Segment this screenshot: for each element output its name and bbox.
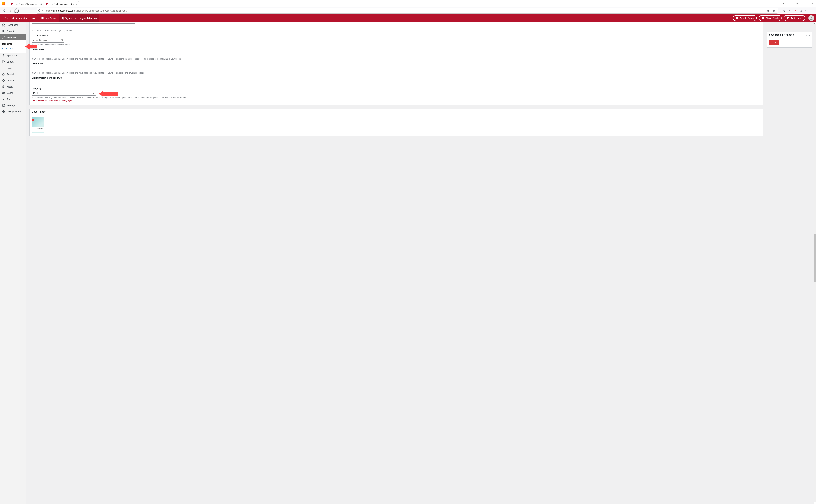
browser-toolbar: https://uark.pressbooks.pub/styleguide/w… (0, 7, 816, 14)
pressbooks-favicon-icon: PB (46, 3, 48, 5)
scrollbar-thumb[interactable] (814, 234, 816, 282)
window-close-button[interactable] (808, 0, 816, 7)
svg-marker-30 (2, 79, 5, 82)
svg-rect-11 (800, 10, 802, 12)
publication-date-input[interactable]: mm / dd / yyyy (32, 38, 64, 43)
url-bar[interactable]: https://uark.pressbooks.pub/styleguide/w… (37, 8, 778, 14)
workspace: Dashboard Organize Book Info Book Info C… (0, 22, 816, 504)
save-postbox: Save Book Information ⌃ ⌄ ▴ Save (767, 32, 812, 48)
titlepage-text-input[interactable] (32, 23, 135, 28)
tab-close-icon[interactable]: × (40, 3, 42, 5)
svg-rect-37 (61, 39, 62, 41)
postbox-title: Save Book Information (769, 33, 794, 36)
hint-text: This text appears on the title page of y… (32, 29, 761, 32)
clone-book-button[interactable]: Clone Book (759, 15, 782, 21)
user-avatar[interactable] (808, 15, 814, 21)
toggle-panel-icon[interactable]: ▴ (809, 34, 810, 36)
sidebar-item-media[interactable]: Media (0, 84, 26, 90)
move-up-icon[interactable]: ⌃ (803, 34, 804, 36)
window-minimize-button[interactable] (793, 0, 801, 7)
svg-rect-4 (42, 10, 44, 11)
nav-reload-button[interactable] (14, 8, 19, 13)
pressbooks-logo[interactable]: PB (2, 16, 9, 20)
save-button[interactable]: Save (769, 40, 779, 45)
language-select[interactable]: English × ▾ (32, 91, 96, 96)
scroll-down-icon[interactable]: ▼ (814, 502, 816, 504)
new-tab-button[interactable]: + (79, 2, 84, 6)
move-up-icon[interactable]: ⌃ (753, 110, 755, 113)
sidebar-item-import[interactable]: Import (0, 65, 26, 71)
reader-mode-icon[interactable] (765, 8, 770, 13)
toggle-panel-icon[interactable]: ▴ (760, 110, 761, 113)
tabs-dropdown-icon[interactable] (779, 0, 787, 7)
adminbar-my-books[interactable]: My Books (39, 14, 59, 22)
move-down-icon[interactable]: ⌄ (756, 110, 758, 113)
svg-point-27 (811, 17, 812, 18)
adminbar-current-book[interactable]: Style - University of Arkansas (59, 14, 99, 22)
sidebar-item-settings[interactable]: Settings (0, 102, 26, 108)
admin-sidebar: Dashboard Organize Book Info Book Info C… (0, 22, 26, 504)
sidebar-item-dashboard[interactable]: Dashboard (0, 22, 26, 28)
nav-back-button[interactable] (2, 8, 7, 13)
extensions-icon[interactable] (804, 8, 809, 13)
svg-rect-1 (804, 3, 805, 4)
lock-icon (42, 9, 44, 12)
print-isbn-input[interactable] (32, 66, 135, 71)
wrench-icon (2, 98, 5, 101)
svg-rect-20 (43, 17, 43, 19)
sidebar-item-organize[interactable]: Organize (0, 28, 26, 34)
cover-image-thumbnail[interactable]: PRESSBOOKS Your partner inopen publishin… (32, 117, 44, 133)
ebook-isbn-input[interactable] (32, 52, 135, 57)
sidebar-sub-contributors[interactable]: Contributors (0, 46, 26, 51)
sidebar-item-tools[interactable]: Tools (0, 96, 26, 102)
adminbar-administer-network[interactable]: Administer Network (9, 14, 39, 22)
camera-icon (2, 85, 5, 88)
tab-close-icon[interactable]: × (76, 3, 77, 5)
pressbooks-admin-bar: PB Administer Network My Books Style - U… (0, 14, 816, 22)
publication-date-field: Publication Date mm / dd / yyyy This is … (32, 34, 761, 46)
svg-rect-17 (14, 18, 14, 19)
nav-forward-button[interactable] (8, 8, 13, 13)
bank-icon (11, 17, 14, 20)
hint-text: ISBN is the International Standard Book … (32, 58, 761, 60)
create-book-button[interactable]: Create Book (733, 15, 757, 21)
pocket-icon[interactable] (782, 8, 787, 13)
sidebar-item-appearance[interactable]: Appearance (0, 53, 26, 59)
translate-link[interactable]: Help translate Pressbooks into your lang… (32, 99, 72, 102)
clear-icon[interactable]: × (90, 92, 93, 94)
svg-point-32 (3, 86, 4, 88)
sidebar-item-collapse[interactable]: Collapse menu (0, 108, 26, 115)
chevron-down-icon[interactable]: ▾ (93, 92, 94, 94)
pressbooks-favicon-icon: PB (11, 3, 13, 5)
sidebar-submenu-bookinfo: Book Info Contributors (0, 40, 26, 53)
browser-tab-1[interactable]: PB Edit Chapter "Languages" ‹ Styl × (9, 1, 44, 7)
app-menu-icon[interactable] (809, 8, 814, 13)
url-text: https://uark.pressbooks.pub/styleguide/w… (46, 9, 764, 12)
sidebar-item-bookinfo[interactable]: Book Info (0, 34, 26, 40)
hint-text: This is added to the metadata in your eb… (32, 43, 761, 46)
bookmark-star-icon[interactable] (771, 8, 777, 13)
sidebar-item-users[interactable]: Users (0, 90, 26, 96)
doi-input[interactable] (32, 80, 135, 85)
scroll-up-icon[interactable]: ▲ (814, 22, 816, 24)
svg-rect-19 (42, 17, 42, 19)
browser-tab-2[interactable]: PB Edit Book Information "Book Inf × (44, 1, 79, 7)
doi-field: Digital Object Identifier (DOI) (32, 77, 761, 85)
extension-icon-1[interactable] (793, 8, 798, 13)
vertical-scrollbar[interactable]: ▲ ▼ (814, 22, 816, 504)
extension-icon-2[interactable] (798, 8, 803, 13)
language-field: Language English × ▾ This sets metadata … (32, 87, 761, 102)
move-down-icon[interactable]: ⌄ (806, 34, 808, 36)
add-users-button[interactable]: Add Users (784, 15, 805, 21)
svg-point-36 (2, 110, 5, 113)
cover-image-postbox: Cover Image ⌃ ⌄ ▴ PRESSBOOKS Your partne… (29, 109, 763, 136)
window-restore-button[interactable] (801, 0, 808, 7)
text-size-icon[interactable]: A (787, 8, 792, 13)
sidebar-item-plugins[interactable]: Plugins (0, 77, 26, 84)
sidebar-sub-bookinfo[interactable]: Book Info (0, 41, 26, 46)
window-titlebar: PB Edit Chapter "Languages" ‹ Styl × PB … (0, 0, 816, 7)
user-plus-icon (786, 17, 789, 19)
sidebar-item-publish[interactable]: Publish (0, 71, 26, 77)
sidebar-item-export[interactable]: Export (0, 59, 26, 65)
main-content: This text appears on the title page of y… (26, 22, 816, 504)
